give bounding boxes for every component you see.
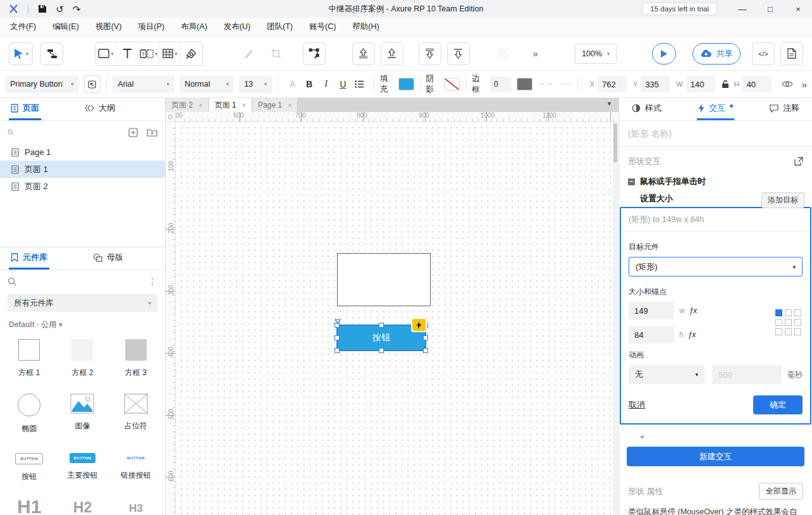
undo-icon[interactable]: ↺ bbox=[56, 4, 64, 14]
anchor-top-left[interactable] bbox=[775, 309, 782, 316]
widget-ellipse[interactable]: 椭圆 bbox=[18, 394, 40, 434]
event-row[interactable]: − 鼠标或手指单击时 bbox=[619, 171, 812, 189]
widget-style-select[interactable]: Primary Button ▾ bbox=[5, 75, 79, 93]
open-external-icon[interactable] bbox=[794, 157, 803, 166]
minimize-button[interactable]: — bbox=[729, 0, 756, 18]
height-input[interactable] bbox=[629, 326, 674, 344]
design-canvas[interactable]: 按钮 bbox=[176, 122, 618, 515]
page-row[interactable]: Page 1 bbox=[0, 144, 165, 161]
menu-project[interactable]: 项目(P) bbox=[138, 22, 164, 32]
widget-link-button[interactable]: BUTTON 链接按钮 bbox=[121, 449, 151, 482]
selection-handle[interactable] bbox=[379, 323, 384, 328]
format-more-button[interactable]: » bbox=[802, 79, 807, 90]
animation-select[interactable]: 无 ▾ bbox=[629, 365, 704, 384]
close-button[interactable]: × bbox=[784, 0, 812, 18]
text-tool-button[interactable] bbox=[117, 42, 138, 65]
shadow-swatch[interactable] bbox=[444, 78, 460, 90]
widget-image[interactable]: 图像 bbox=[70, 394, 94, 434]
edit-points-tool-button[interactable] bbox=[303, 42, 326, 65]
bold-button[interactable]: B bbox=[301, 75, 318, 93]
selection-handle[interactable] bbox=[423, 348, 428, 353]
scrollbar-thumb[interactable] bbox=[613, 123, 617, 163]
x-input[interactable] bbox=[598, 76, 627, 92]
pen-tool-button[interactable] bbox=[181, 42, 202, 65]
tab-outline[interactable]: 大纲 bbox=[83, 98, 117, 120]
widget-placeholder[interactable]: 占位符 bbox=[124, 394, 148, 434]
send-backward-button[interactable] bbox=[419, 42, 441, 65]
code-view-button[interactable]: </> bbox=[752, 42, 775, 65]
w-input[interactable] bbox=[686, 76, 715, 92]
selection-handle[interactable] bbox=[335, 348, 340, 353]
anchor-middle-center[interactable] bbox=[785, 319, 792, 326]
tab-interaction[interactable]: 交互 bbox=[697, 98, 734, 120]
menu-account[interactable]: 账号(C) bbox=[309, 22, 336, 32]
widget-box3[interactable]: 方框 3 bbox=[125, 339, 147, 378]
anchor-middle-right[interactable] bbox=[794, 319, 801, 326]
border-color-swatch[interactable] bbox=[517, 78, 532, 90]
toolbar-more-button[interactable]: » bbox=[533, 48, 538, 59]
update-style-button[interactable] bbox=[84, 75, 101, 93]
page-row[interactable]: 页面 2 bbox=[0, 178, 165, 195]
fx-icon[interactable]: ƒx bbox=[689, 306, 698, 315]
fill-color-swatch[interactable] bbox=[398, 78, 414, 90]
save-icon[interactable] bbox=[38, 4, 47, 13]
trial-badge-button[interactable]: 15 days left in trial bbox=[642, 3, 717, 15]
widget-h3[interactable]: H3 标题 3 bbox=[125, 497, 147, 515]
target-widget-select[interactable]: (矩形) ▾ bbox=[629, 257, 803, 276]
bullet-list-button[interactable] bbox=[352, 75, 369, 93]
widget-button[interactable]: BUTTON 按钮 bbox=[15, 449, 43, 482]
tab-notes[interactable]: 注释 bbox=[768, 98, 801, 120]
tab-pages[interactable]: 页面 bbox=[9, 98, 41, 120]
widget-h2[interactable]: H2 标题 2 bbox=[71, 497, 93, 515]
close-tab-icon[interactable]: × bbox=[288, 101, 292, 109]
close-tab-icon[interactable]: × bbox=[242, 101, 245, 109]
tab-style[interactable]: 样式 bbox=[631, 98, 663, 120]
preview-button[interactable] bbox=[652, 43, 676, 65]
width-input[interactable] bbox=[629, 302, 674, 320]
anchor-middle-left[interactable] bbox=[775, 319, 782, 326]
border-width-input[interactable] bbox=[490, 77, 512, 92]
tab-library[interactable]: 元件库 bbox=[9, 247, 49, 270]
tab-masters[interactable]: 母版 bbox=[91, 247, 125, 270]
pages-search-input[interactable] bbox=[20, 128, 122, 137]
add-case-button[interactable]: + bbox=[619, 425, 812, 444]
menu-team[interactable]: 团队(T) bbox=[267, 22, 293, 32]
ok-button[interactable]: 确定 bbox=[753, 395, 803, 414]
cancel-link[interactable]: 取消 bbox=[629, 399, 645, 411]
doc-tab[interactable]: Page 1 × bbox=[252, 98, 298, 112]
table-tool-button[interactable]: ▾ bbox=[159, 42, 181, 65]
y-input[interactable] bbox=[641, 76, 670, 92]
font-family-select[interactable]: Arial ▾ bbox=[113, 75, 175, 93]
doc-tab[interactable]: 页面 2 × bbox=[166, 98, 209, 112]
selection-handle[interactable] bbox=[423, 335, 428, 340]
form-field-tool-button[interactable]: T ▾ bbox=[138, 42, 160, 65]
anchor-top-right[interactable] bbox=[794, 309, 801, 316]
underline-button[interactable]: U bbox=[335, 75, 352, 93]
visibility-eye-icon[interactable] bbox=[782, 80, 793, 88]
bring-forward-button[interactable] bbox=[352, 42, 375, 65]
anchor-bottom-right[interactable] bbox=[794, 328, 801, 335]
font-size-select[interactable]: 13 ▾ bbox=[239, 75, 272, 93]
page-row-selected[interactable]: 页面 1 bbox=[0, 161, 165, 178]
rectangle-tool-button[interactable]: ▾ bbox=[95, 42, 117, 65]
library-search-input[interactable] bbox=[23, 277, 142, 286]
library-group-header[interactable]: Default · 公用 ▾ bbox=[0, 316, 165, 330]
menu-arrange[interactable]: 布局(A) bbox=[181, 22, 207, 32]
interaction-badge[interactable] bbox=[412, 319, 426, 331]
anchor-bottom-left[interactable] bbox=[775, 328, 782, 335]
italic-button[interactable]: I bbox=[317, 75, 335, 93]
collapse-icon[interactable]: − bbox=[628, 178, 635, 185]
new-interaction-button[interactable]: 新建交互 bbox=[627, 447, 804, 466]
add-page-icon[interactable] bbox=[128, 128, 138, 137]
select-tool-button[interactable]: ▾ bbox=[9, 42, 33, 65]
action-row[interactable]: 设置大小 添加目标 bbox=[619, 189, 812, 204]
widget-box2[interactable]: 方框 2 bbox=[71, 339, 93, 378]
share-button[interactable]: 共享 bbox=[692, 43, 741, 65]
widget-h1[interactable]: H1 标题 1 bbox=[17, 497, 41, 515]
zoom-select[interactable]: 100% ▾ bbox=[575, 44, 617, 64]
library-menu-button[interactable]: ⋮ bbox=[148, 276, 157, 287]
document-icon-button[interactable] bbox=[780, 42, 803, 65]
menu-help[interactable]: 帮助(H) bbox=[352, 22, 379, 32]
fx-icon[interactable]: ƒx bbox=[688, 330, 696, 339]
selection-handle[interactable] bbox=[379, 348, 384, 353]
